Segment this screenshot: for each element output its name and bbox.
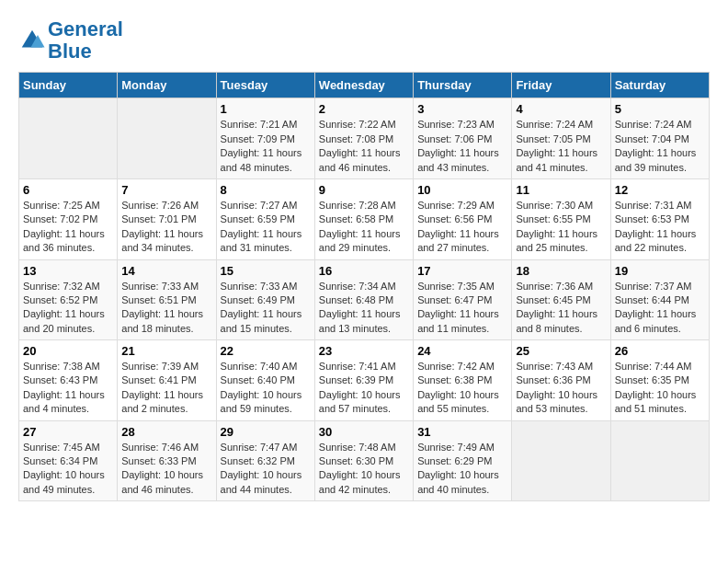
day-info: Sunrise: 7:32 AM Sunset: 6:52 PM Dayligh… — [23, 280, 113, 337]
day-number: 27 — [23, 425, 113, 439]
day-number: 19 — [615, 264, 705, 278]
calendar-cell: 19 Sunrise: 7:37 AM Sunset: 6:44 PM Dayl… — [610, 259, 709, 340]
sunrise-text: Sunrise: 7:46 AM — [121, 442, 199, 453]
day-info: Sunrise: 7:26 AM Sunset: 7:01 PM Dayligh… — [121, 199, 211, 256]
day-info: Sunrise: 7:44 AM Sunset: 6:35 PM Dayligh… — [615, 360, 705, 417]
day-info: Sunrise: 7:46 AM Sunset: 6:33 PM Dayligh… — [121, 441, 211, 498]
calendar-cell — [610, 420, 709, 501]
sunset-text: Sunset: 7:09 PM — [221, 133, 295, 144]
sunrise-text: Sunrise: 7:42 AM — [417, 361, 495, 372]
sunset-text: Sunset: 6:38 PM — [417, 374, 492, 385]
weekday-header: Wednesday — [314, 73, 413, 98]
sunset-text: Sunset: 6:43 PM — [23, 374, 97, 385]
day-info: Sunrise: 7:43 AM Sunset: 6:36 PM Dayligh… — [516, 360, 606, 417]
sunrise-text: Sunrise: 7:30 AM — [516, 200, 593, 211]
sunrise-text: Sunrise: 7:25 AM — [23, 200, 100, 211]
calendar-cell — [19, 98, 118, 179]
calendar-cell: 7 Sunrise: 7:26 AM Sunset: 7:01 PM Dayli… — [118, 178, 216, 259]
sunset-text: Sunset: 6:32 PM — [221, 455, 295, 466]
day-number: 7 — [121, 183, 211, 197]
sunset-text: Sunset: 6:56 PM — [417, 213, 492, 224]
daylight-text: Daylight: 11 hours and 4 minutes. — [23, 389, 105, 414]
daylight-text: Daylight: 11 hours and 6 minutes. — [615, 308, 697, 333]
daylight-text: Daylight: 11 hours and 39 minutes. — [615, 147, 697, 172]
calendar-week-row: 13 Sunrise: 7:32 AM Sunset: 6:52 PM Dayl… — [19, 259, 710, 340]
sunset-text: Sunset: 6:30 PM — [319, 455, 393, 466]
day-number: 3 — [417, 102, 507, 116]
day-number: 22 — [221, 344, 311, 358]
daylight-text: Daylight: 11 hours and 31 minutes. — [221, 228, 302, 253]
sunset-text: Sunset: 6:33 PM — [121, 455, 196, 466]
daylight-text: Daylight: 11 hours and 29 minutes. — [319, 228, 401, 253]
sunrise-text: Sunrise: 7:31 AM — [615, 200, 692, 211]
sunrise-text: Sunrise: 7:26 AM — [121, 200, 199, 211]
day-number: 10 — [417, 183, 507, 197]
calendar-week-row: 20 Sunrise: 7:38 AM Sunset: 6:43 PM Dayl… — [19, 340, 710, 421]
day-info: Sunrise: 7:27 AM Sunset: 6:59 PM Dayligh… — [221, 199, 311, 256]
weekday-header: Sunday — [19, 73, 118, 98]
day-info: Sunrise: 7:37 AM Sunset: 6:44 PM Dayligh… — [615, 280, 705, 337]
sunset-text: Sunset: 6:41 PM — [121, 374, 196, 385]
day-number: 26 — [615, 344, 705, 358]
day-number: 6 — [23, 183, 113, 197]
daylight-text: Daylight: 10 hours and 40 minutes. — [417, 469, 499, 494]
daylight-text: Daylight: 10 hours and 42 minutes. — [319, 469, 401, 494]
day-info: Sunrise: 7:49 AM Sunset: 6:29 PM Dayligh… — [417, 441, 507, 498]
sunrise-text: Sunrise: 7:29 AM — [417, 200, 495, 211]
day-info: Sunrise: 7:22 AM Sunset: 7:08 PM Dayligh… — [319, 118, 409, 175]
day-number: 28 — [121, 425, 211, 439]
daylight-text: Daylight: 10 hours and 57 minutes. — [319, 389, 401, 414]
sunrise-text: Sunrise: 7:47 AM — [221, 442, 298, 453]
day-info: Sunrise: 7:23 AM Sunset: 7:06 PM Dayligh… — [417, 118, 507, 175]
calendar-cell: 31 Sunrise: 7:49 AM Sunset: 6:29 PM Dayl… — [414, 420, 512, 501]
day-number: 25 — [516, 344, 606, 358]
sunset-text: Sunset: 6:49 PM — [221, 294, 295, 305]
daylight-text: Daylight: 10 hours and 44 minutes. — [221, 469, 302, 494]
calendar-cell: 5 Sunrise: 7:24 AM Sunset: 7:04 PM Dayli… — [610, 98, 709, 179]
sunset-text: Sunset: 7:02 PM — [23, 213, 97, 224]
daylight-text: Daylight: 11 hours and 41 minutes. — [516, 147, 597, 172]
daylight-text: Daylight: 11 hours and 36 minutes. — [23, 228, 105, 253]
calendar-cell: 15 Sunrise: 7:33 AM Sunset: 6:49 PM Dayl… — [216, 259, 314, 340]
sunrise-text: Sunrise: 7:41 AM — [319, 361, 396, 372]
daylight-text: Daylight: 11 hours and 8 minutes. — [516, 308, 597, 333]
sunrise-text: Sunrise: 7:34 AM — [319, 281, 396, 292]
sunrise-text: Sunrise: 7:44 AM — [615, 361, 692, 372]
calendar-cell: 3 Sunrise: 7:23 AM Sunset: 7:06 PM Dayli… — [414, 98, 512, 179]
sunset-text: Sunset: 6:59 PM — [221, 213, 295, 224]
sunrise-text: Sunrise: 7:33 AM — [221, 281, 298, 292]
calendar-cell: 9 Sunrise: 7:28 AM Sunset: 6:58 PM Dayli… — [314, 178, 413, 259]
sunset-text: Sunset: 6:58 PM — [319, 213, 393, 224]
page-header: General Blue — [18, 18, 710, 63]
sunrise-text: Sunrise: 7:45 AM — [23, 442, 100, 453]
sunrise-text: Sunrise: 7:39 AM — [121, 361, 199, 372]
sunset-text: Sunset: 7:05 PM — [516, 133, 590, 144]
sunset-text: Sunset: 6:55 PM — [516, 213, 590, 224]
calendar-cell: 29 Sunrise: 7:47 AM Sunset: 6:32 PM Dayl… — [216, 420, 314, 501]
day-info: Sunrise: 7:42 AM Sunset: 6:38 PM Dayligh… — [417, 360, 507, 417]
calendar-cell: 10 Sunrise: 7:29 AM Sunset: 6:56 PM Dayl… — [414, 178, 512, 259]
sunrise-text: Sunrise: 7:40 AM — [221, 361, 298, 372]
day-number: 29 — [221, 425, 311, 439]
calendar-cell: 11 Sunrise: 7:30 AM Sunset: 6:55 PM Dayl… — [512, 178, 610, 259]
day-number: 15 — [221, 264, 311, 278]
day-info: Sunrise: 7:40 AM Sunset: 6:40 PM Dayligh… — [221, 360, 311, 417]
sunset-text: Sunset: 6:29 PM — [417, 455, 492, 466]
sunset-text: Sunset: 7:01 PM — [121, 213, 196, 224]
day-info: Sunrise: 7:34 AM Sunset: 6:48 PM Dayligh… — [319, 280, 409, 337]
calendar-cell: 20 Sunrise: 7:38 AM Sunset: 6:43 PM Dayl… — [19, 340, 118, 421]
calendar-cell: 26 Sunrise: 7:44 AM Sunset: 6:35 PM Dayl… — [610, 340, 709, 421]
calendar-cell: 13 Sunrise: 7:32 AM Sunset: 6:52 PM Dayl… — [19, 259, 118, 340]
sunrise-text: Sunrise: 7:21 AM — [221, 119, 298, 130]
sunset-text: Sunset: 6:51 PM — [121, 294, 196, 305]
calendar-cell: 21 Sunrise: 7:39 AM Sunset: 6:41 PM Dayl… — [118, 340, 216, 421]
day-info: Sunrise: 7:39 AM Sunset: 6:41 PM Dayligh… — [121, 360, 211, 417]
day-info: Sunrise: 7:29 AM Sunset: 6:56 PM Dayligh… — [417, 199, 507, 256]
calendar-cell: 28 Sunrise: 7:46 AM Sunset: 6:33 PM Dayl… — [118, 420, 216, 501]
daylight-text: Daylight: 10 hours and 59 minutes. — [221, 389, 302, 414]
day-number: 8 — [221, 183, 311, 197]
day-info: Sunrise: 7:35 AM Sunset: 6:47 PM Dayligh… — [417, 280, 507, 337]
day-number: 20 — [23, 344, 113, 358]
sunset-text: Sunset: 6:34 PM — [23, 455, 97, 466]
sunset-text: Sunset: 7:08 PM — [319, 133, 393, 144]
